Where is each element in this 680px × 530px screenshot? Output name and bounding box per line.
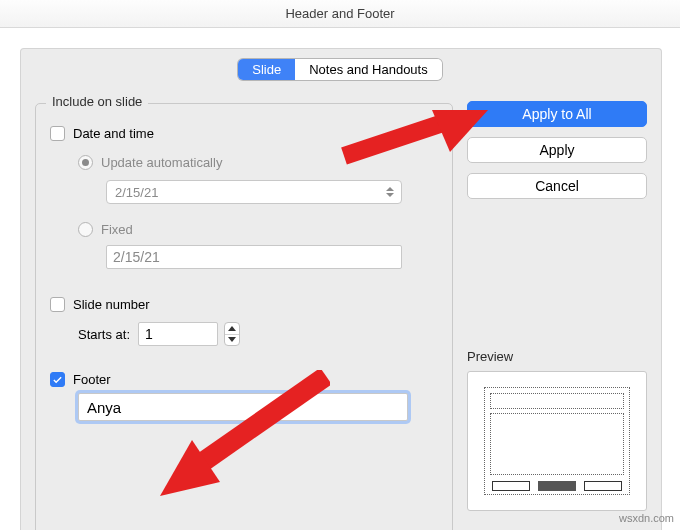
- update-auto-radio[interactable]: [78, 155, 93, 170]
- datetime-checkbox[interactable]: [50, 126, 65, 141]
- apply-button[interactable]: Apply: [467, 137, 647, 163]
- updown-icon: [383, 184, 397, 200]
- slidenum-checkbox[interactable]: [50, 297, 65, 312]
- window-title: Header and Footer: [0, 0, 680, 28]
- fixed-radio[interactable]: [78, 222, 93, 237]
- date-format-value: 2/15/21: [115, 185, 158, 200]
- fixed-label: Fixed: [101, 222, 133, 237]
- action-buttons: Apply to All Apply Cancel: [467, 101, 647, 199]
- datetime-label: Date and time: [73, 126, 154, 141]
- startsat-stepper[interactable]: [224, 322, 240, 346]
- tab-bar: Slide Notes and Handouts: [0, 59, 680, 80]
- preview-slide: [482, 385, 632, 497]
- fixed-date-value: 2/15/21: [113, 249, 160, 265]
- cancel-button[interactable]: Cancel: [467, 173, 647, 199]
- date-format-popup[interactable]: 2/15/21: [106, 180, 402, 204]
- startsat-value: 1: [145, 326, 153, 342]
- footer-checkbox[interactable]: [50, 372, 65, 387]
- preview-pane: [467, 371, 647, 511]
- fixed-date-input[interactable]: 2/15/21: [106, 245, 402, 269]
- startsat-label: Starts at:: [78, 327, 130, 342]
- apply-to-all-button[interactable]: Apply to All: [467, 101, 647, 127]
- tab-notes-handouts[interactable]: Notes and Handouts: [295, 59, 442, 80]
- tab-slide[interactable]: Slide: [238, 59, 295, 80]
- watermark: wsxdn.com: [619, 512, 674, 524]
- stepper-up-icon[interactable]: [225, 323, 239, 334]
- update-auto-label: Update automatically: [101, 155, 222, 170]
- stepper-down-icon[interactable]: [225, 334, 239, 346]
- footer-label: Footer: [73, 372, 111, 387]
- annotation-arrow-1: [340, 110, 488, 170]
- group-label: Include on slide: [46, 94, 148, 109]
- slidenum-label: Slide number: [73, 297, 150, 312]
- preview-label: Preview: [467, 349, 647, 364]
- annotation-arrow-2: [160, 370, 330, 500]
- footer-value: Anya: [87, 399, 121, 416]
- startsat-input[interactable]: 1: [138, 322, 218, 346]
